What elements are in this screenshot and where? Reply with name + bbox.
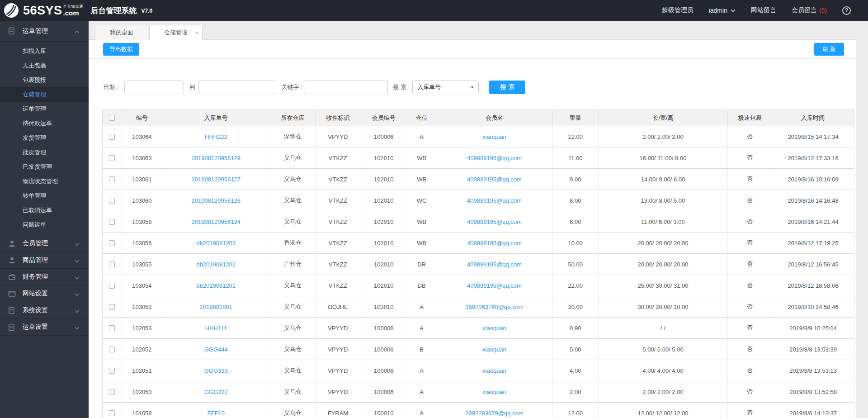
- inbound_no-link[interactable]: 201908120956124: [191, 218, 240, 225]
- inbound_no-link[interactable]: GGG333: [204, 367, 228, 374]
- sidebar-group-header-1[interactable]: 会员管理: [0, 235, 89, 252]
- row-checkbox[interactable]: [109, 368, 115, 374]
- sidebar-item-仓储管理[interactable]: 仓储管理: [0, 87, 89, 102]
- member-link[interactable]: 409889195@qq.com: [467, 155, 522, 162]
- inbound_no-link[interactable]: FFF10: [208, 410, 225, 417]
- sidebar-item-运单管理[interactable]: 运单管理: [0, 102, 89, 116]
- sidebar-group-header-6[interactable]: 运单设置: [0, 319, 89, 336]
- cell-dims: 14.00/ 9.00/ 6.00: [599, 169, 728, 190]
- inbound_no-link[interactable]: db2019081203: [196, 240, 236, 247]
- member-link[interactable]: 2092283679@qq.com: [465, 410, 523, 417]
- cell-inbound_no: FFF10: [162, 403, 270, 418]
- cell-member: 409889195@qq.com: [436, 190, 553, 211]
- inbound_no-link[interactable]: GGG444: [204, 346, 228, 353]
- user-menu[interactable]: iadmin: [709, 7, 736, 14]
- row-checkbox[interactable]: [109, 134, 115, 140]
- refresh-button[interactable]: 刷 新: [814, 43, 844, 56]
- chevron-down-icon: [731, 9, 736, 12]
- member-link[interactable]: 409889195@qq.com: [467, 218, 522, 225]
- inbound_no-link[interactable]: 201908120956127: [191, 176, 240, 183]
- cell-weight: 12.00: [553, 403, 599, 418]
- cell-dims: 20.00/ 20.00/ 20.00: [599, 254, 728, 275]
- sidebar-item-待付款运单[interactable]: 待付款运单: [0, 116, 89, 131]
- search-button[interactable]: 搜 索: [489, 81, 525, 94]
- sidebar-item-发货管理[interactable]: 发货管理: [0, 131, 89, 145]
- row-checkbox[interactable]: [109, 325, 115, 331]
- cell-warehouse: 义乌仓: [270, 147, 316, 168]
- header-cell-time: 入库时间: [772, 110, 854, 126]
- row-checkbox[interactable]: [109, 240, 115, 246]
- cell-slot: DB: [407, 275, 436, 296]
- sidebar-item-转单管理[interactable]: 转单管理: [0, 189, 89, 203]
- cell-id: 102052: [122, 339, 162, 360]
- inbound_no-link[interactable]: 201908120956126: [191, 197, 240, 204]
- cell-time: 2019/8/12 16:56:45: [772, 254, 854, 275]
- search-type-select[interactable]: 入库单号 ▼: [412, 81, 479, 94]
- sidebar-item-无主包裹[interactable]: 无主包裹: [0, 58, 89, 73]
- cell-time: 2019/8/16 10:16:09: [772, 169, 854, 190]
- member-link[interactable]: xiaoquan: [482, 325, 506, 332]
- help-button[interactable]: ?: [842, 6, 851, 15]
- cell-id: 101058: [122, 403, 162, 418]
- row-checkbox[interactable]: [109, 410, 115, 416]
- sidebar-group-header-4[interactable]: 网站设置: [0, 285, 89, 302]
- cell-time: 2019/8/12 16:58:06: [772, 275, 854, 296]
- tab-我的桌面[interactable]: 我的桌面: [95, 25, 148, 40]
- sidebar-item-已取消运单[interactable]: 已取消运单: [0, 203, 89, 218]
- member-link[interactable]: 1597063760@qq.com: [465, 304, 523, 310]
- cell-slot: A: [407, 318, 436, 338]
- inbound_no-link[interactable]: 201908120956129: [191, 155, 240, 162]
- row-checkbox[interactable]: [109, 219, 115, 225]
- member-link[interactable]: 409889195@qq.com: [467, 176, 522, 183]
- member-link[interactable]: xiaoquan: [482, 133, 506, 140]
- row-checkbox[interactable]: [109, 198, 115, 204]
- date-to-input[interactable]: [198, 81, 276, 94]
- cell-warehouse: 广州仓: [270, 254, 316, 275]
- sidebar-group-header-0[interactable]: 运单管理: [0, 21, 89, 42]
- member-link[interactable]: 409889195@qq.com: [467, 240, 522, 247]
- inbound_no-link[interactable]: HHH111: [205, 325, 227, 332]
- cell-warehouse: 义乌仓: [270, 360, 316, 381]
- cell-weight: 8.00: [553, 190, 599, 211]
- member-messages-link[interactable]: 会员留言 (5): [792, 6, 827, 14]
- sidebar-item-扫描入库[interactable]: 扫描入库: [0, 44, 89, 58]
- inbound_no-link[interactable]: db2019081202: [196, 261, 236, 268]
- sidebar-item-物流状态管理[interactable]: 物流状态管理: [0, 174, 89, 189]
- row-checkbox[interactable]: [109, 347, 115, 352]
- row-checkbox[interactable]: [109, 389, 115, 395]
- row-checkbox[interactable]: [109, 261, 115, 267]
- member-link[interactable]: xiaoquan: [482, 346, 506, 353]
- member-link[interactable]: 409889195@qq.com: [467, 282, 522, 289]
- cell-slot: A: [407, 403, 436, 418]
- row-checkbox[interactable]: [109, 176, 115, 182]
- tab-仓储管理[interactable]: 仓储管理×: [149, 25, 203, 40]
- row-checkbox[interactable]: [109, 283, 115, 289]
- cell-id: 103064: [122, 126, 162, 147]
- sidebar-item-已发货管理[interactable]: 已发货管理: [0, 160, 89, 174]
- member-link[interactable]: 409889195@qq.com: [467, 197, 522, 204]
- cell-time: 2019/8/16 14:21:44: [772, 211, 854, 232]
- sidebar-group-header-3[interactable]: 财务管理: [0, 269, 89, 285]
- export-data-button[interactable]: 导出数据: [103, 43, 139, 56]
- member-link[interactable]: 409889195@qq.com: [467, 261, 522, 268]
- cell-express: 否: [728, 147, 772, 168]
- close-icon[interactable]: ×: [195, 30, 198, 36]
- table-row: 102051GGG333义乌仓VPYYD100006Axiaoquan4.004…: [103, 360, 854, 381]
- inbound_no-link[interactable]: HHH222: [205, 133, 227, 140]
- sidebar-group-header-2[interactable]: 商品管理: [0, 252, 89, 269]
- member-link[interactable]: xiaoquan: [482, 389, 506, 395]
- date-from-input[interactable]: [124, 81, 184, 94]
- keyword-input[interactable]: [304, 81, 388, 94]
- row-checkbox[interactable]: [109, 155, 115, 161]
- sidebar-group-header-5[interactable]: 系统设置: [0, 302, 89, 319]
- inbound_no-link[interactable]: 2019081001: [200, 304, 232, 310]
- select-all-checkbox[interactable]: [109, 115, 115, 121]
- sidebar-item-批次管理[interactable]: 批次管理: [0, 145, 89, 160]
- inbound_no-link[interactable]: GGG222: [204, 389, 228, 395]
- sidebar-item-包裹预报[interactable]: 包裹预报: [0, 73, 89, 87]
- sidebar-item-问题运单[interactable]: 问题运单: [0, 218, 89, 232]
- row-checkbox[interactable]: [109, 304, 115, 310]
- site-messages-link[interactable]: 网站留言: [751, 6, 776, 14]
- member-link[interactable]: xiaoquan: [482, 367, 506, 374]
- inbound_no-link[interactable]: db2019081201: [196, 282, 236, 289]
